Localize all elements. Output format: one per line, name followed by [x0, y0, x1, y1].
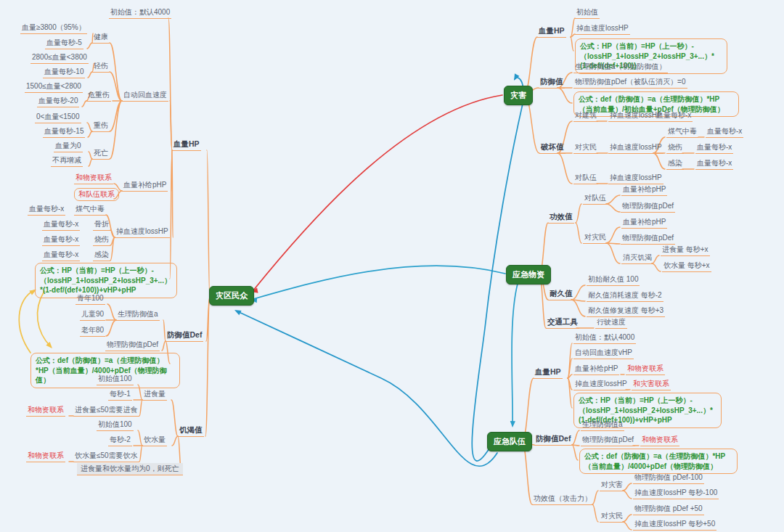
map-label[interactable]: 进食量 每秒+x	[661, 245, 710, 256]
map-label[interactable]: 血量补给pHP	[573, 364, 619, 375]
map-label[interactable]: 对灾害	[600, 480, 624, 491]
node-victims[interactable]: 灾区民众	[209, 286, 254, 306]
map-label[interactable]: 和物资联系	[626, 364, 665, 375]
map-label[interactable]: 血量每秒-x	[28, 204, 65, 216]
map-label[interactable]: 儿童90	[80, 309, 105, 321]
map-label[interactable]: 防御值Def	[166, 330, 203, 342]
map-label[interactable]: 和物资联系	[74, 173, 113, 184]
note-box[interactable]: 进食量和饮水量均为0，则死亡	[77, 463, 183, 475]
map-label[interactable]: 死亡	[92, 148, 110, 160]
map-label[interactable]: 对队伍	[583, 193, 608, 205]
map-label[interactable]: 行驶速度	[595, 317, 627, 329]
map-label[interactable]: 交通工具	[546, 317, 579, 329]
map-label[interactable]: 血量补给pHP	[621, 184, 667, 196]
map-label[interactable]: 饮水量 每秒+x	[662, 261, 711, 272]
map-label[interactable]: 危重伤	[86, 90, 111, 102]
map-label[interactable]: 物理防御值pDef	[621, 201, 675, 213]
map-label[interactable]: 物理防御值pDef（被队伍消灭）=0	[573, 77, 687, 89]
node-supplies[interactable]: 应急物资	[506, 265, 551, 285]
map-label[interactable]: 血量每秒-x	[42, 250, 80, 261]
map-label[interactable]: 血量每秒-x	[42, 234, 80, 246]
map-label[interactable]: 血量HP	[537, 26, 566, 38]
map-label[interactable]: 掉血速度lossHP	[575, 23, 630, 35]
map-label[interactable]: 0<血量<1500	[35, 112, 81, 123]
map-label[interactable]: 饮水量	[142, 435, 167, 446]
map-label[interactable]: 血量HP	[172, 139, 201, 151]
map-label[interactable]: 防御值Def	[534, 434, 572, 446]
map-label[interactable]: 消灭饥渴	[621, 253, 653, 264]
map-label[interactable]: 对队伍	[573, 173, 598, 184]
map-label[interactable]: 进食量	[142, 389, 167, 401]
map-label[interactable]: 煤气中毒	[666, 126, 698, 138]
node-team[interactable]: 应急队伍	[487, 432, 532, 451]
map-label[interactable]: 生理防御值a（初始防御值）	[573, 62, 668, 73]
map-label[interactable]: 初始值100	[97, 420, 134, 431]
map-label[interactable]: 血量≥3800（95%）	[20, 22, 87, 34]
map-label[interactable]: 血量补给pHP	[621, 217, 667, 229]
map-label[interactable]: 对灾民	[583, 232, 608, 244]
map-label[interactable]: 轻伤	[92, 61, 110, 73]
map-label[interactable]: 对灾民	[573, 142, 598, 154]
map-label[interactable]: 生理防御值a	[116, 309, 160, 321]
map-label[interactable]: 烧伤	[666, 142, 684, 154]
map-label[interactable]: 和队伍联系	[74, 188, 119, 201]
map-label[interactable]: 血量每秒-15	[43, 126, 85, 138]
map-label[interactable]: 物理防御值pDef	[105, 340, 160, 351]
map-label[interactable]: 血量每秒-x	[695, 142, 733, 154]
map-label[interactable]: 血量每秒-x	[655, 110, 693, 122]
map-label[interactable]: 掉血速度lossHP 每秒+50	[633, 519, 716, 531]
map-label[interactable]: 和物资联系	[640, 435, 679, 446]
node-hazard[interactable]: 灾害	[504, 86, 533, 105]
map-label[interactable]: 饥渴值	[178, 425, 204, 437]
map-label[interactable]: 感染	[666, 158, 684, 170]
map-label[interactable]: 物理防御值pDef	[621, 233, 675, 245]
map-label[interactable]: 2800≤血量<3800	[30, 52, 89, 64]
map-label[interactable]: 防御值	[539, 77, 565, 89]
map-label[interactable]: 每秒-1	[108, 389, 132, 401]
map-label[interactable]: 血量每秒-5	[45, 38, 83, 49]
formula-box[interactable]: 公式：def（防御值）=a（生理防御值）*HP（当前血量）/4000+pDef（…	[579, 449, 738, 474]
map-label[interactable]: 健康	[92, 32, 110, 44]
map-label[interactable]: 血量每秒-x	[42, 219, 80, 231]
map-label[interactable]: 初始耐久值 100	[587, 274, 640, 286]
map-label[interactable]: 掉血速度lossHP	[608, 173, 663, 184]
map-label[interactable]: 掉血速度lossHP	[573, 379, 629, 390]
map-label[interactable]: 物理防御值 pDef +50	[633, 504, 704, 515]
map-label[interactable]: 掉血速度lossHP	[608, 142, 663, 154]
map-label[interactable]: 和物资联系	[26, 451, 65, 462]
map-label[interactable]: 饮水量≤50需要饮水	[73, 451, 139, 462]
map-label[interactable]: 物理防御值 pDef-100	[633, 472, 704, 484]
map-label[interactable]: 初始值	[575, 7, 600, 19]
map-label[interactable]: 骨折	[93, 219, 110, 231]
map-label[interactable]: 重伤	[92, 120, 110, 132]
map-label[interactable]: 感染	[93, 250, 110, 261]
map-label[interactable]: 对建筑	[573, 110, 598, 122]
map-label[interactable]: 血量每秒-x	[695, 158, 733, 170]
map-label[interactable]: 1500≤血量<2800	[25, 81, 83, 93]
map-label[interactable]: 耐久值	[548, 289, 574, 300]
map-label[interactable]: 进食量≤50需要进食	[73, 405, 139, 417]
map-label[interactable]: 血量每秒-x	[706, 126, 743, 138]
map-label[interactable]: 自动回血速度vHP	[573, 348, 634, 359]
map-label[interactable]: 功效值（攻击力）	[532, 494, 593, 505]
map-label[interactable]: 不再增减	[51, 155, 83, 167]
formula-box[interactable]: 公式：HP（当前）=HP（上一秒）-（lossHP_1+lossHP_2+los…	[35, 263, 177, 298]
map-label[interactable]: 血量为0	[54, 141, 83, 152]
map-label[interactable]: 掉血速度lossHP	[115, 226, 170, 238]
map-label[interactable]: 初始值：默认4000	[109, 7, 171, 19]
map-label[interactable]: 物理防御值pDef	[581, 435, 635, 446]
map-label[interactable]: 自动回血速度	[122, 90, 168, 102]
map-label[interactable]: 青年100	[75, 293, 105, 305]
map-label[interactable]: 血量每秒-20	[37, 96, 79, 107]
map-label[interactable]: 血量每秒-10	[43, 67, 85, 78]
map-label[interactable]: 生理防御值a	[581, 420, 624, 431]
map-label[interactable]: 和物资联系	[26, 405, 65, 417]
map-label[interactable]: 血量HP	[534, 367, 563, 379]
map-label[interactable]: 功效值	[548, 212, 574, 224]
map-label[interactable]: 对灾民	[600, 511, 624, 523]
map-label[interactable]: 耐久值修复速度 每秒+3	[587, 306, 665, 317]
map-label[interactable]: 初始值100	[97, 374, 134, 385]
map-label[interactable]: 掉血速度lossHP 每秒-100	[633, 488, 719, 499]
map-label[interactable]: 烧伤	[93, 234, 110, 246]
map-label[interactable]: 初始值：默认4000	[573, 332, 636, 344]
